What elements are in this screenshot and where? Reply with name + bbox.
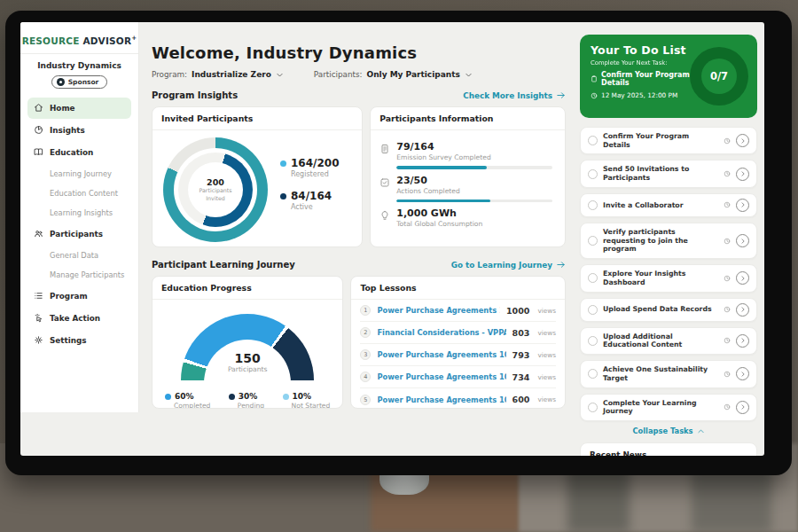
stat-global-consumption: 1,000 GWh Total Global Consumption [379,207,552,228]
todo-progress-value: 0/7 [701,59,737,94]
chevron-right-icon [739,403,747,411]
logo-text-secondary: ADVISOR [82,35,131,46]
legend-dot [280,160,286,167]
task-item[interactable]: Achieve One Sustainability Target [580,360,757,387]
task-checkbox[interactable] [588,273,598,283]
sidebar-item-home[interactable]: Home [27,98,131,119]
lesson-row: 2 Financial Considerations - VPPAs 803 v… [360,322,556,344]
task-open-button[interactable] [736,134,749,147]
task-open-button[interactable] [736,271,749,285]
section-title: Program Insights [152,90,238,100]
legend-dot [280,193,286,200]
task-open-button[interactable] [736,334,749,348]
sidebar-item-settings[interactable]: Settings [27,330,131,351]
chevron-right-icon [739,275,747,282]
sponsor-icon [57,78,65,86]
sponsor-label: Sponsor [68,78,99,86]
check-more-insights-link[interactable]: Check More Insights [463,90,566,100]
lesson-rank: 5 [360,395,371,405]
card-title: Participants Information [371,107,565,130]
task-open-button[interactable] [736,367,749,380]
program-dropdown[interactable]: Program: Industrialize Zero [152,70,284,79]
task-checkbox[interactable] [588,336,598,346]
task-item[interactable]: Explore Your Insights Dashboard [580,264,757,292]
chevron-down-icon [465,71,473,79]
chevron-right-icon [739,170,747,177]
task-item[interactable]: Complete Your Learning Journey [580,394,757,421]
sidebar-item-insights[interactable]: Insights [27,120,131,141]
checklist-icon [379,177,390,188]
clock-icon [591,92,598,99]
arrow-right-icon [556,90,566,100]
task-item[interactable]: Send 50 Invitations to Participants [580,160,757,187]
sidebar-item-take-action[interactable]: Take Action [27,308,131,329]
lesson-link[interactable]: Power Purchase Agreements 101 [377,350,505,359]
collapse-tasks-link[interactable]: Collapse Tasks [580,426,757,435]
task-checkbox[interactable] [588,236,598,246]
task-list: Confirm Your Program Details Send 50 Inv… [580,127,757,421]
sidebar: RESOURCE ADVISOR+ Industry Dynamics Spon… [20,22,139,412]
clock-icon [724,275,731,282]
sidebar-item-program[interactable]: Program [27,286,131,307]
legend-dot [165,394,171,400]
screen: RESOURCE ADVISOR+ Industry Dynamics Spon… [20,22,764,456]
program-value: Industrialize Zero [192,70,271,79]
task-open-button[interactable] [736,234,749,247]
sidebar-item-label: Take Action [50,314,100,323]
chevron-right-icon [739,337,747,344]
sidebar-item-education[interactable]: Education [27,142,131,163]
clock-icon [724,403,731,411]
recent-news-title: Recent News [590,450,646,456]
task-open-button[interactable] [736,199,749,212]
learning-journey-header: Participant Learning Journey Go to Learn… [152,260,566,270]
lesson-row: 4 Power Purchase Agreements 102 734 view… [360,366,556,388]
lesson-row: 5 Power Purchase Agreements 103 600 view… [360,388,556,409]
task-checkbox[interactable] [588,169,598,179]
task-checkbox[interactable] [588,136,598,145]
sidebar-item-manage-participants[interactable]: Manage Participants [27,265,131,285]
bulb-icon [379,210,390,221]
lesson-link[interactable]: Power Purchase Agreements 103 [377,395,505,404]
sidebar-item-learning-journey[interactable]: Learning Journey [27,164,131,184]
task-item[interactable]: Confirm Your Program Details [580,127,757,154]
task-item[interactable]: Upload Spend Data Records [580,298,757,322]
sidebar-item-general-data[interactable]: General Data [27,246,131,265]
clock-icon [724,306,731,313]
lesson-rank: 4 [360,372,371,382]
todo-due-date: 12 May 2025, 12:00 PM [591,91,702,99]
task-open-button[interactable] [736,303,749,317]
legend-item-pending: 30% Pending [229,392,264,409]
task-checkbox[interactable] [588,305,598,315]
task-checkbox[interactable] [588,200,598,210]
legend-dot [283,394,289,400]
top-lessons-card: Top Lessons 1 Power Purchase Agreements … [350,276,566,409]
sidebar-item-learning-insights[interactable]: Learning Insights [27,203,131,223]
legend-item-active: 84/164 Active [280,190,339,211]
lesson-link[interactable]: Power Purchase Agreements 101 [377,306,500,315]
participants-dropdown[interactable]: Participants: Only My Participants [314,70,473,79]
sidebar-item-participants[interactable]: Participants [27,223,131,245]
lesson-rank: 3 [360,349,371,360]
sidebar-item-label: Program [50,292,88,301]
task-checkbox[interactable] [588,369,598,379]
sidebar-item-education-content[interactable]: Education Content [27,184,131,203]
clock-icon [724,137,731,145]
lesson-link[interactable]: Financial Considerations - VPPAs [377,328,505,337]
app-logo: RESOURCE ADVISOR+ [20,29,138,53]
gear-icon [34,335,43,345]
page-title: Welcome, Industry Dynamics [152,43,566,62]
sidebar-item-label: Home [50,104,75,113]
main-content: Welcome, Industry Dynamics Program: Indu… [139,22,576,456]
go-to-learning-journey-link[interactable]: Go to Learning Journey [451,260,566,270]
task-item[interactable]: Verify participants requesting to join t… [580,223,757,259]
task-checkbox[interactable] [588,403,598,412]
legend-item-registered: 164/200 Registered [280,157,339,178]
legend-item-not-started: 10% Not Started [283,392,331,409]
lesson-link[interactable]: Power Purchase Agreements 102 [377,372,505,381]
task-open-button[interactable] [736,168,749,181]
card-title: Education Progress [153,277,342,300]
task-item[interactable]: Invite a Collaborator [580,193,757,217]
clipboard-icon [591,75,598,82]
task-open-button[interactable] [736,401,749,414]
task-item[interactable]: Upload Additional Educational Content [580,327,757,355]
